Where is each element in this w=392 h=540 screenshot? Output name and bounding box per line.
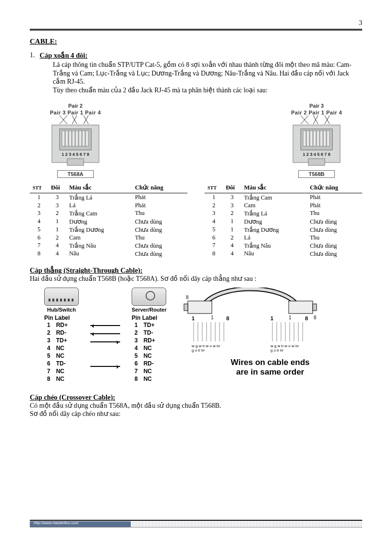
jack-b-mid-pairs: Pair 2 Pair 1 Pair 4 <box>290 110 343 115</box>
crossover-line2: Sơ đồ nối dây cáp chéo như sau: <box>30 410 121 417</box>
svg-rect-15 <box>306 131 309 146</box>
jack-a-top-pair: Pair 2 <box>49 103 102 109</box>
table-row: 32Trắng CamThu <box>30 209 187 217</box>
svg-rect-6 <box>75 131 78 146</box>
svg-rect-11 <box>67 159 84 165</box>
svg-text:g      o      b     br: g o b br <box>270 348 283 352</box>
svg-text:1 2 3 4 5 6 7 8: 1 2 3 4 5 6 7 8 <box>303 152 331 157</box>
th-stt: STT <box>205 183 223 193</box>
pin-mapping-block: Hub/Switch Pin Label 1RD+2RD-3TD+4NC5NC6… <box>44 288 167 387</box>
table-row: 23LáPhát <box>30 201 187 209</box>
cable-ends-diagram: 8 1 1 8 1 8 w g w b w o w br <box>178 288 362 377</box>
svg-rect-19 <box>320 131 323 146</box>
paragraph-cable-intro: Là cáp thông tin chuẩn STP/UTP Cat-5, gồ… <box>53 61 362 94</box>
list-number: 1. <box>30 51 35 60</box>
th-mau: Màu sắc <box>241 183 307 193</box>
hub-switch-label: Hub/Switch <box>44 307 79 313</box>
svg-text:1: 1 <box>192 315 195 321</box>
svg-text:8: 8 <box>186 295 189 300</box>
svg-rect-28 <box>289 301 313 314</box>
svg-rect-20 <box>323 131 326 146</box>
svg-rect-4 <box>69 131 72 146</box>
server-router-icon <box>132 288 166 306</box>
jack-a-label: T568A <box>57 170 93 178</box>
svg-text:1: 1 <box>211 315 214 320</box>
wires-caption-2: are in same order <box>236 367 305 377</box>
wires-caption-1: Wires on cable ends <box>231 358 309 367</box>
svg-rect-9 <box>86 131 88 146</box>
table-row: 41DươngChưa dùng <box>205 217 362 226</box>
svg-rect-24 <box>188 301 212 314</box>
server-router-label: Server/Router <box>132 307 167 313</box>
svg-text:1: 1 <box>270 315 273 321</box>
svg-text:w g w b  w o w br: w g w b w o w br <box>191 344 220 348</box>
svg-text:1 2 3 4 5 6 7 8: 1 2 3 4 5 6 7 8 <box>61 152 89 157</box>
svg-rect-14 <box>303 131 306 146</box>
svg-text:8: 8 <box>314 315 317 320</box>
svg-rect-16 <box>310 131 313 146</box>
svg-text:g      o      b     br: g o b br <box>192 348 205 352</box>
table-row: 13Trắng LáPhát <box>30 193 187 202</box>
th-doi: Đôi <box>223 183 241 193</box>
th-chuc: Chức năng <box>132 183 187 193</box>
svg-rect-5 <box>72 131 75 146</box>
jack-b-label: T568B <box>298 170 334 178</box>
svg-text:1: 1 <box>289 315 292 320</box>
straight-heading: Cáp thẳng (Straight-Through Cable): <box>30 266 143 274</box>
jack-b-top-pair: Pair 3 <box>290 103 343 109</box>
th-mau: Màu sắc <box>66 183 132 193</box>
svg-rect-17 <box>313 131 316 146</box>
table-row: 32Trắng LáThu <box>205 209 362 217</box>
th-stt: STT <box>30 183 48 193</box>
th-chuc: Chức năng <box>307 183 362 193</box>
crossover-line1: Có một đầu sử dụng chuẩn T568A, một đầu … <box>30 402 221 409</box>
footer-url: http://www.masteritco.com <box>34 521 78 525</box>
table-row: 84NâuChưa dùng <box>205 250 362 258</box>
svg-rect-29 <box>313 304 317 311</box>
rule-top-1 <box>30 29 362 30</box>
pin-header-right: Pin Label <box>132 314 167 321</box>
jack-a-mid-pairs: Pair 3 Pair 1 Pair 4 <box>49 110 102 115</box>
table-row: 84NâuChưa dùng <box>30 250 187 258</box>
rj45-icon: 1 2 3 4 5 6 7 8 <box>290 124 343 168</box>
table-row: 74Trắng NâuChưa dùng <box>30 241 187 250</box>
straight-desc: Hai đầu sử dụng chuẩn T568B (hoặc T568A)… <box>30 275 257 282</box>
table-row: 62LáThu <box>205 234 362 241</box>
th-doi: Đôi <box>48 183 66 193</box>
hub-switch-icon <box>44 288 79 306</box>
pin-header-left: Pin Label <box>44 314 79 321</box>
table-row: 41DươngChưa dùng <box>30 217 187 226</box>
crossover-heading: Cáp chéo (Crossover Cable): <box>30 393 115 401</box>
svg-text:w g w b  w o w br: w g w b w o w br <box>270 344 299 348</box>
svg-rect-2 <box>62 131 65 146</box>
table-row: 62CamThu <box>30 234 187 241</box>
page-number: 3 <box>30 19 362 27</box>
svg-rect-25 <box>184 304 188 311</box>
table-row: 23CamPhát <box>205 201 362 209</box>
svg-rect-23 <box>308 159 325 165</box>
svg-rect-21 <box>327 131 330 146</box>
rj45-jack-t568b: Pair 3 Pair 2 Pair 1 Pair 4 1 2 3 4 5 6 … <box>290 103 343 178</box>
color-table-t568a: STT Đôi Màu sắc Chức năng 13Trắng LáPhát… <box>30 183 187 258</box>
svg-rect-8 <box>82 131 85 146</box>
subsection-heading: Cáp xoắn 4 đôi: <box>40 51 88 60</box>
svg-text:8: 8 <box>226 315 229 321</box>
table-row: 51Trắng DươngChưa dùng <box>30 226 187 234</box>
rj45-icon: 1 2 3 4 5 6 7 8 <box>49 124 102 168</box>
svg-rect-18 <box>317 131 319 146</box>
section-title: CABLE: <box>30 38 362 46</box>
svg-rect-3 <box>65 131 68 146</box>
table-row: 51Trắng DươngChưa dùng <box>205 226 362 234</box>
rule-top-2 <box>30 30 362 31</box>
rj45-jack-t568a: Pair 2 Pair 3 Pair 1 Pair 4 1 2 3 4 5 6 … <box>49 103 102 178</box>
color-table-t568b: STT Đôi Màu sắc Chức năng 13Trắng CamPhá… <box>205 183 362 258</box>
table-row: 13Trắng CamPhát <box>205 193 362 202</box>
table-row: 74Trắng NâuChưa dùng <box>205 241 362 250</box>
svg-text:8: 8 <box>305 315 308 321</box>
page-footer: http://www.masteritco.com <box>30 518 362 527</box>
svg-rect-7 <box>79 131 82 146</box>
